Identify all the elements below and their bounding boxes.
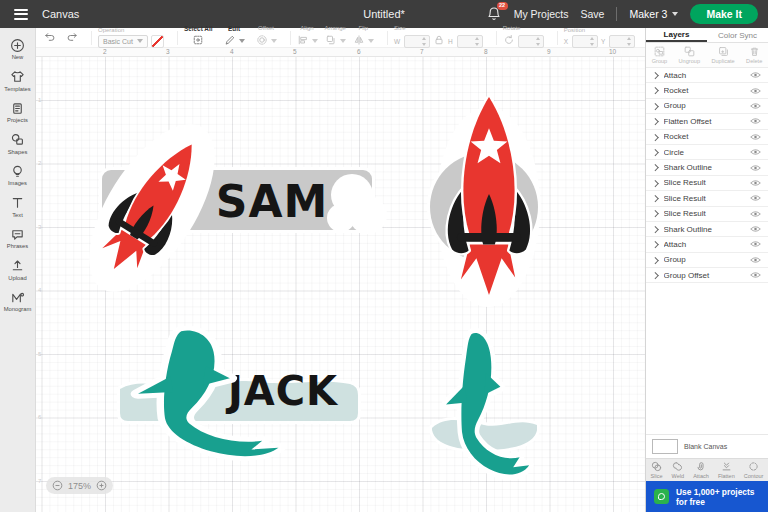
weld-button[interactable]: Weld bbox=[672, 461, 684, 479]
undo-button[interactable] bbox=[44, 29, 56, 47]
eye-icon[interactable] bbox=[750, 225, 761, 233]
my-projects-link[interactable]: My Projects bbox=[514, 8, 569, 20]
eye-icon[interactable] bbox=[750, 179, 761, 187]
stepper-icon[interactable] bbox=[475, 37, 480, 46]
sidebar-item-templates[interactable]: Templates bbox=[0, 65, 35, 97]
zoom-in-icon[interactable] bbox=[96, 480, 107, 491]
operation-color-swatch[interactable] bbox=[151, 35, 164, 48]
layer-row[interactable]: Attach bbox=[646, 68, 768, 83]
layer-row[interactable]: Slice Result bbox=[646, 191, 768, 206]
layer-row[interactable]: Shark Outline bbox=[646, 222, 768, 237]
tab-color-sync[interactable]: Color Sync bbox=[707, 28, 768, 42]
chevron-right-icon[interactable] bbox=[652, 134, 658, 140]
name-text-sam[interactable]: SAM bbox=[216, 176, 329, 227]
redo-button[interactable] bbox=[66, 29, 78, 47]
chevron-right-icon[interactable] bbox=[652, 103, 658, 109]
layer-row[interactable]: Shark Outline bbox=[646, 160, 768, 175]
layer-row[interactable]: Group bbox=[646, 99, 768, 114]
save-link[interactable]: Save bbox=[581, 8, 605, 20]
stepper-icon[interactable] bbox=[627, 37, 632, 46]
sidebar-item-monogram[interactable]: Monogram bbox=[0, 285, 35, 317]
sidebar-item-projects[interactable]: Projects bbox=[0, 96, 35, 128]
sidebar-item-phrases[interactable]: Phrases bbox=[0, 222, 35, 254]
sidebar-item-text[interactable]: Text bbox=[0, 191, 35, 223]
eye-icon[interactable] bbox=[750, 240, 761, 248]
height-input[interactable] bbox=[457, 35, 483, 48]
layer-row[interactable]: Group Offset bbox=[646, 268, 768, 283]
design-jack-group[interactable]: JACK bbox=[120, 331, 358, 457]
chevron-right-icon[interactable] bbox=[652, 195, 658, 201]
eye-icon[interactable] bbox=[750, 133, 761, 141]
sidebar-item-images[interactable]: Images bbox=[0, 159, 35, 191]
layer-row[interactable]: Circle bbox=[646, 145, 768, 160]
width-input[interactable] bbox=[404, 35, 430, 48]
design-sam-group[interactable]: SAM bbox=[64, 104, 387, 312]
design-shark-wave-group[interactable] bbox=[432, 333, 537, 474]
layer-name: Slice Result bbox=[664, 209, 745, 218]
eye-icon[interactable] bbox=[750, 87, 761, 95]
attach-button[interactable]: Attach bbox=[693, 461, 709, 479]
machine-selector[interactable]: Maker 3 bbox=[629, 8, 678, 20]
sidebar-item-shapes[interactable]: Shapes bbox=[0, 128, 35, 160]
design-canvas[interactable]: 1 2 3 4 5 6 7 bbox=[36, 57, 645, 512]
make-it-button[interactable]: Make It bbox=[690, 4, 758, 24]
contour-button[interactable]: Contour bbox=[744, 461, 764, 479]
sidebar-item-new[interactable]: New bbox=[0, 33, 35, 65]
eye-icon[interactable] bbox=[750, 102, 761, 110]
eye-icon[interactable] bbox=[750, 271, 761, 279]
eye-icon[interactable] bbox=[750, 148, 761, 156]
chevron-right-icon[interactable] bbox=[652, 226, 658, 232]
layer-row[interactable]: Attach bbox=[646, 237, 768, 252]
delete-button[interactable]: Delete bbox=[746, 46, 762, 64]
stepper-icon[interactable] bbox=[536, 37, 541, 46]
slice-button[interactable]: Slice bbox=[651, 461, 663, 479]
layer-name: Rocket bbox=[664, 86, 745, 95]
group-button[interactable]: Group bbox=[652, 46, 668, 64]
name-text-jack[interactable]: JACK bbox=[225, 368, 339, 414]
chevron-right-icon[interactable] bbox=[652, 72, 658, 78]
duplicate-button[interactable]: Duplicate bbox=[711, 46, 734, 64]
eye-icon[interactable] bbox=[750, 256, 761, 264]
rotate-input[interactable] bbox=[518, 35, 544, 48]
flatten-button[interactable]: Flatten bbox=[718, 461, 735, 479]
zoom-out-icon[interactable] bbox=[52, 480, 63, 491]
slice-icon bbox=[651, 461, 662, 472]
layer-row[interactable]: Rocket bbox=[646, 83, 768, 98]
layer-row[interactable]: Slice Result bbox=[646, 207, 768, 222]
eye-icon[interactable] bbox=[750, 117, 761, 125]
design-rocket-circle-group[interactable] bbox=[430, 97, 540, 307]
eye-icon[interactable] bbox=[750, 164, 761, 172]
chevron-right-icon[interactable] bbox=[652, 272, 658, 278]
eye-icon[interactable] bbox=[750, 194, 761, 202]
stepper-icon[interactable] bbox=[590, 37, 595, 46]
x-position-input[interactable] bbox=[572, 35, 598, 48]
projects-promo-banner[interactable]: Use 1,000+ projects for free bbox=[646, 481, 768, 512]
chevron-right-icon[interactable] bbox=[652, 164, 658, 170]
canvas-color-swatch[interactable] bbox=[652, 439, 678, 454]
chevron-right-icon[interactable] bbox=[652, 241, 658, 247]
notifications-button[interactable]: 22 bbox=[486, 6, 502, 22]
chevron-right-icon[interactable] bbox=[652, 211, 658, 217]
layer-row[interactable]: Flatten Offset bbox=[646, 114, 768, 129]
ungroup-button[interactable]: Ungroup bbox=[679, 46, 700, 64]
layer-row[interactable]: Slice Result bbox=[646, 176, 768, 191]
sidebar-item-upload[interactable]: Upload bbox=[0, 254, 35, 286]
chevron-right-icon[interactable] bbox=[652, 87, 658, 93]
layers-empty-space bbox=[646, 283, 768, 434]
y-position-input[interactable] bbox=[609, 35, 635, 48]
chevron-right-icon[interactable] bbox=[652, 118, 658, 124]
chevron-right-icon[interactable] bbox=[652, 180, 658, 186]
shark-shape[interactable] bbox=[446, 333, 529, 474]
chevron-right-icon[interactable] bbox=[652, 149, 658, 155]
tab-layers[interactable]: Layers bbox=[646, 28, 707, 42]
hamburger-menu-icon[interactable] bbox=[14, 9, 28, 20]
stepper-icon[interactable] bbox=[422, 37, 427, 46]
eye-icon[interactable] bbox=[750, 210, 761, 218]
layer-row[interactable]: Rocket bbox=[646, 130, 768, 145]
operation-dropdown[interactable]: Basic Cut bbox=[98, 35, 148, 48]
toolbar-divider bbox=[91, 31, 92, 45]
blank-canvas-row[interactable]: Blank Canvas bbox=[646, 434, 768, 458]
chevron-right-icon[interactable] bbox=[652, 257, 658, 263]
eye-icon[interactable] bbox=[750, 71, 761, 79]
layer-row[interactable]: Group bbox=[646, 253, 768, 268]
